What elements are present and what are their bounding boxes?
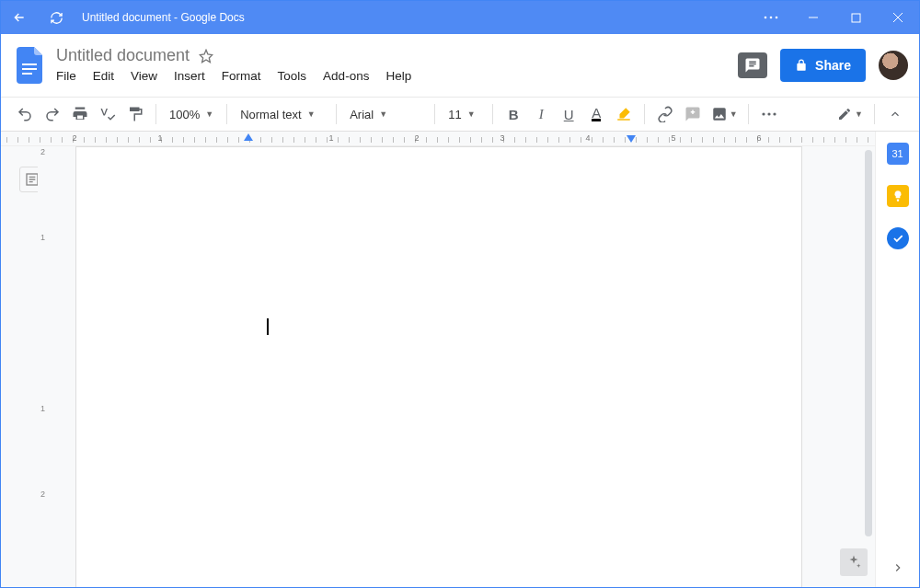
italic-icon: I [539,107,544,122]
maximize-icon [851,13,861,23]
document-page[interactable] [75,146,802,587]
page-canvas[interactable] [54,146,862,587]
underline-icon: U [564,107,574,122]
ruler-tick: 3 [500,133,504,143]
scrollbar-thumb[interactable] [865,150,872,536]
side-panel-toggle[interactable] [891,561,904,574]
star-icon [199,49,213,63]
minimize-button[interactable] [792,1,834,34]
add-comment-icon [684,106,701,122]
document-area: 2 1 1 2 3 4 5 6 2 1 1 2 [1,132,875,587]
more-button[interactable] [750,1,792,34]
size-value: 11 [448,108,461,121]
pencil-icon [837,107,852,121]
spellcheck-button[interactable] [95,101,121,127]
hide-menus-button[interactable] [882,101,908,127]
toolbar: 100%▼ Normal text▼ Arial▼ 11▼ B I U A ▼ … [1,97,919,132]
undo-button[interactable] [12,101,38,127]
tasks-sidebar-button[interactable] [887,227,909,249]
redo-button[interactable] [40,101,65,127]
vruler-tick: 2 [40,147,45,156]
chevron-right-icon [891,561,904,574]
docs-logo[interactable] [12,47,49,84]
text-color-icon: A [592,108,601,121]
chevron-down-icon: ▼ [205,110,213,119]
calendar-sidebar-button[interactable]: 31 [887,143,909,165]
menu-view[interactable]: View [123,67,165,85]
svg-point-7 [763,112,765,115]
highlight-button[interactable] [611,101,637,127]
font-dropdown[interactable]: Arial▼ [344,101,427,127]
text-color-button[interactable]: A [583,101,609,127]
share-label: Share [815,58,851,73]
chevron-down-icon: ▼ [467,110,476,119]
menu-addons[interactable]: Add-ons [316,67,376,85]
paint-format-button[interactable] [122,101,148,127]
vertical-scrollbar[interactable] [862,146,875,587]
back-button[interactable] [1,1,38,34]
insert-link-button[interactable] [652,101,678,127]
svg-rect-6 [22,73,32,75]
more-tools-button[interactable] [756,101,782,127]
vertical-ruler[interactable]: 2 1 1 2 [38,146,54,587]
comments-button[interactable] [738,52,767,78]
ruler-tick: 1 [157,133,162,143]
window-titlebar: Untitled document - Google Docs [1,1,919,34]
italic-button[interactable]: I [528,101,554,127]
text-cursor [267,318,269,335]
ruler-tick: 5 [671,133,675,143]
lock-icon [795,59,808,72]
menu-tools[interactable]: Tools [270,67,315,85]
horizontal-ruler[interactable]: 2 1 1 2 3 4 5 6 [1,132,875,146]
window-title: Untitled document - Google Docs [82,11,245,24]
vruler-tick: 2 [40,490,45,499]
chevron-down-icon: ▼ [855,110,863,119]
editing-mode-button[interactable]: ▼ [834,101,867,127]
svg-rect-4 [22,63,37,65]
comment-icon [744,57,761,74]
paragraph-style-dropdown[interactable]: Normal text▼ [235,101,328,127]
star-button[interactable] [199,49,213,63]
workspace: 2 1 1 2 3 4 5 6 2 1 1 2 [1,132,919,587]
bold-button[interactable]: B [500,101,526,127]
share-button[interactable]: Share [780,49,866,82]
svg-rect-3 [852,14,860,22]
explore-icon [845,554,862,571]
maximize-button[interactable] [834,1,877,34]
font-size-dropdown[interactable]: 11▼ [443,101,485,127]
side-panel: 31 [875,132,919,587]
close-button[interactable] [877,1,919,34]
image-icon [711,106,728,122]
keep-sidebar-button[interactable] [887,185,909,207]
explore-button[interactable] [840,548,868,576]
print-icon [72,106,88,122]
zoom-dropdown[interactable]: 100%▼ [164,101,219,127]
insert-comment-button[interactable] [680,101,706,127]
insert-image-button[interactable]: ▼ [707,101,741,127]
svg-rect-5 [22,68,37,70]
style-value: Normal text [240,108,301,121]
right-indent-marker[interactable] [627,135,636,143]
document-title[interactable]: Untitled document [56,46,190,65]
menubar: File Edit View Insert Format Tools Add-o… [56,67,419,85]
redo-icon [44,106,61,122]
keep-icon [891,190,904,202]
menu-help[interactable]: Help [378,67,419,85]
chevron-down-icon: ▼ [379,110,387,119]
ruler-tick: 4 [585,133,590,143]
menu-file[interactable]: File [56,67,84,85]
reload-button[interactable] [38,1,75,34]
menu-insert[interactable]: Insert [167,67,213,85]
account-avatar[interactable] [879,51,908,80]
menu-format[interactable]: Format [214,67,269,85]
close-icon [892,12,903,23]
svg-point-2 [776,17,778,19]
underline-button[interactable]: U [556,101,581,127]
bold-icon: B [509,107,519,122]
vruler-tick: 1 [40,233,45,242]
reload-icon [50,11,63,25]
menu-edit[interactable]: Edit [86,67,121,85]
left-indent-marker[interactable] [244,133,253,141]
print-button[interactable] [67,101,93,127]
spellcheck-icon [99,106,116,122]
